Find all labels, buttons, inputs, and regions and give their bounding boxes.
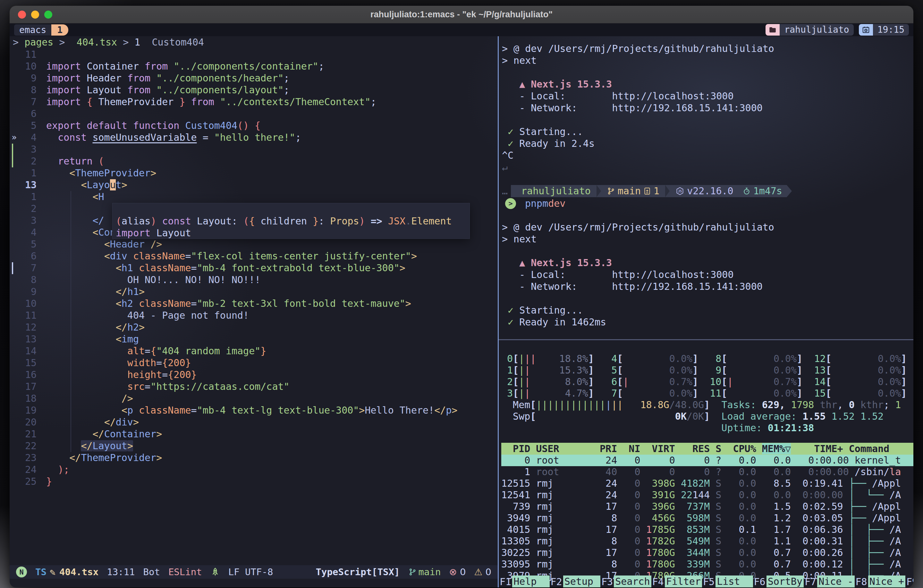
process-row[interactable]: 3949 rmj 8 0 456G 598M S 0.0 1.2 0:03.05…: [501, 512, 913, 524]
fringe: [10, 227, 19, 238]
fkey-button-f4[interactable]: F4Filter: [651, 575, 702, 587]
fkey-button-f2[interactable]: F2Setup: [550, 575, 601, 587]
line-number: 9: [19, 286, 42, 297]
code-line[interactable]: 16 height={200}: [10, 369, 498, 381]
code-line[interactable]: 11: [10, 48, 498, 60]
terminal-window: rahuljuliato:1:emacs - "ek ~/P/g/rahulju…: [10, 6, 913, 587]
svg-text:JS: JS: [678, 189, 682, 193]
code-line[interactable]: 5 <Header />: [10, 238, 498, 250]
powerline-separator: [665, 185, 670, 197]
fringe: [10, 297, 19, 309]
code-line[interactable]: 9import Header from "../components/heade…: [10, 72, 498, 84]
code-area[interactable]: 1110import Container from "../components…: [10, 48, 498, 487]
code-line[interactable]: 13 <Layout>: [10, 179, 498, 191]
line-number: 20: [19, 416, 42, 428]
code-line[interactable]: 22 </Layout>: [10, 440, 498, 452]
tmux-window-index: 1: [51, 25, 68, 36]
linter-name[interactable]: ESLint: [168, 567, 202, 577]
process-row[interactable]: 739 rmj 17 0 396G 737M S 0.0 1.5 0:02.59…: [501, 501, 913, 512]
line-number: 5: [19, 120, 42, 131]
emacs-pane[interactable]: > pages > 404.tsx > 1 Custom404 1110impo…: [10, 36, 498, 587]
tmux-window-tab[interactable]: emacs 1: [14, 25, 68, 36]
fkey-label: F5: [702, 576, 716, 587]
modified-pencil-icon: ✎: [50, 567, 56, 578]
terminal-output-line: > @ dev /Users/rmj/Projects/github/rahul…: [502, 221, 913, 233]
code-line[interactable]: 13 <img: [10, 333, 498, 345]
code-line[interactable]: 17 src="https://cataas.com/cat": [10, 381, 498, 393]
process-row[interactable]: 4015 rmj 17 0 1785G 853M S 0.1 1.7 0:06.…: [501, 524, 913, 535]
process-row[interactable]: 13305 rmj 8 0 1782G 549M S 0.0 1.1 0:00.…: [501, 535, 913, 547]
fkey-button-f5[interactable]: F5List: [702, 575, 753, 587]
code-line[interactable]: 19 <p className="mb-4 text-lg text-blue-…: [10, 404, 498, 416]
line-number: 22: [19, 440, 42, 452]
code-line[interactable]: 24 );: [10, 463, 498, 475]
buffer-name[interactable]: 404.tsx: [59, 567, 99, 577]
code-line[interactable]: 25}: [10, 475, 498, 487]
fkey-button-f9[interactable]: F9K: [905, 575, 913, 587]
process-row[interactable]: 12515 rmj 24 0 398G 4182M S 0.0 8.5 0:19…: [501, 478, 913, 489]
code-line[interactable]: 21 </Container>: [10, 428, 498, 440]
fkey-action: Nice +: [868, 575, 905, 587]
shell-output-block-1: > @ dev /Users/rmj/Projects/github/rahul…: [502, 43, 913, 185]
code-line[interactable]: 3: [10, 143, 498, 155]
process-table[interactable]: 0 root 24 0 0 0 ? 0.0 0.0 0:00.00 kernel…: [501, 455, 913, 581]
code-line[interactable]: 11 404 - Page not found!: [10, 309, 498, 321]
process-row[interactable]: 33095 rmj 8 0 1780G 339M S 0.0 0.7 0:00.…: [501, 558, 913, 570]
fkey-action: Help: [512, 575, 549, 587]
line-number: 7: [19, 96, 42, 108]
error-count[interactable]: ⊗ 0: [449, 567, 466, 577]
code-line[interactable]: 8import Layout from "../components/layou…: [10, 84, 498, 96]
shell-pane[interactable]: > @ dev /Users/rmj/Projects/github/rahul…: [499, 36, 913, 339]
fkey-button-f8[interactable]: F8Nice +: [855, 575, 906, 587]
code-line[interactable]: 6 <div className="flex-col items-center …: [10, 250, 498, 262]
process-table-header[interactable]: PID USER PRI NI VIRT RES S CPU% MEM%▽ TI…: [501, 443, 913, 455]
process-row[interactable]: 1 root 40 0 0 0 ? 0.0 0.0 0:00.00 /sbin/…: [501, 466, 913, 478]
code-line[interactable]: 12 </h2>: [10, 321, 498, 333]
fkey-button-f6[interactable]: F6SortBy: [753, 575, 804, 587]
code-line[interactable]: 7import { ThemeProvider } from "../conte…: [10, 96, 498, 108]
sort-column-mem[interactable]: MEM%▽: [762, 443, 791, 454]
fringe: [10, 321, 19, 333]
line-number: 14: [19, 345, 42, 357]
code-line[interactable]: 10import Container from "../components/c…: [10, 60, 498, 72]
window-titlebar[interactable]: rahuljuliato:1:emacs - "ek ~/P/g/rahulju…: [10, 6, 913, 23]
code-line[interactable]: 2 return (: [10, 155, 498, 167]
fringe: [10, 72, 19, 84]
code-line[interactable]: 1 <ThemeProvider>: [10, 167, 498, 179]
code-line[interactable]: 10 <h2 className="mb-2 text-3xl font-bol…: [10, 297, 498, 309]
code-line[interactable]: 20 </div>: [10, 416, 498, 428]
process-row[interactable]: 30225 rmj 17 0 1780G 344M S 0.0 0.7 0:00…: [501, 547, 913, 558]
process-row[interactable]: 12541 rmj 24 0 391G 22144 S 0.0 0.0 0:00…: [501, 489, 913, 501]
fkey-button-f1[interactable]: F1Help: [499, 575, 550, 587]
cpu-meter-row: 0[||| 18.8%] 4[ 0.0%] 8[ 0.0%] 12[ 0.0%]: [501, 353, 913, 365]
fringe: [10, 203, 19, 215]
code-line[interactable]: 1 <H: [10, 191, 498, 203]
code-line[interactable]: 8 OH NO!... NO! NO! NO!!!: [10, 274, 498, 286]
code-text: [42, 203, 46, 215]
buffer-position: Bot: [143, 567, 160, 577]
code-line[interactable]: 15 width={200}: [10, 357, 498, 369]
prompt-ellipsis: …: [502, 185, 507, 197]
fkey-button-f7[interactable]: F7Nice -: [804, 575, 855, 587]
process-row-selected[interactable]: 0 root 24 0 0 0 ? 0.0 0.0 0:00.00 kernel…: [501, 455, 913, 466]
shell-command-line[interactable]: > pnpm dev: [502, 197, 913, 209]
code-line[interactable]: 14 alt={"404 random image"}: [10, 345, 498, 357]
code-line[interactable]: 6: [10, 108, 498, 120]
vc-branch[interactable]: main: [408, 567, 441, 577]
code-line[interactable]: 9 </h1>: [10, 286, 498, 297]
major-mode[interactable]: TypeScript[TSX]: [316, 567, 400, 577]
code-line[interactable]: 5export default function Custom404() {: [10, 120, 498, 131]
fkey-button-f3[interactable]: F3Search: [600, 575, 651, 587]
code-text: }: [42, 475, 52, 487]
line-number: 19: [19, 404, 42, 416]
fringe: [10, 96, 19, 108]
code-line[interactable]: »4 const someUnusedVariable = "hello the…: [10, 131, 498, 143]
htop-pane[interactable]: 0[||| 18.8%] 4[ 0.0%] 8[ 0.0%] 12[ 0.0%]…: [499, 340, 913, 587]
line-number: 1: [19, 191, 42, 203]
code-line[interactable]: 7 <h1 className="mb-4 font-extrabold tex…: [10, 262, 498, 274]
warning-count[interactable]: ⚠ 0: [474, 567, 491, 577]
code-line[interactable]: 23 </ThemeProvider>: [10, 452, 498, 463]
code-line[interactable]: 18 />: [10, 393, 498, 404]
cpu-meter-row: 1[|| 15.3%] 5[ 0.0%] 9[ 0.0%] 13[ 0.0%]: [501, 365, 913, 376]
code-text: import Container from "../components/con…: [42, 60, 324, 72]
